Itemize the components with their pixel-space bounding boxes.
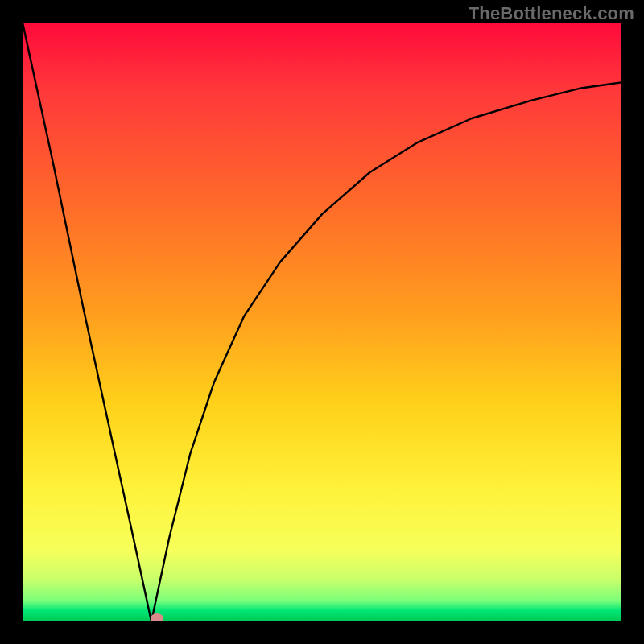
bottleneck-curve <box>23 23 621 621</box>
watermark-text: TheBottleneck.com <box>469 3 634 24</box>
plot-area <box>23 23 621 621</box>
optimal-point-marker <box>151 613 163 621</box>
chart-frame: TheBottleneck.com <box>0 0 644 644</box>
